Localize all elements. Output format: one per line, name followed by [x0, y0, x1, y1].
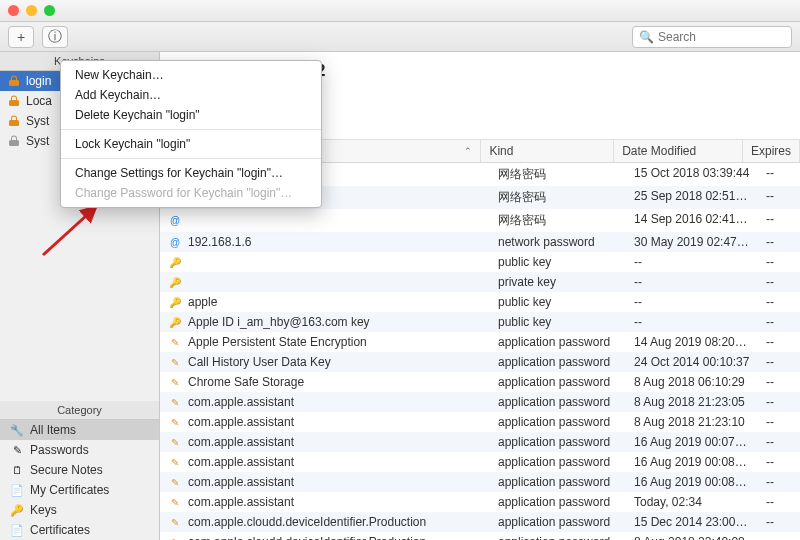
context-menu: New Keychain…Add Keychain…Delete Keychai… [60, 60, 322, 208]
minimize-window[interactable] [26, 5, 37, 16]
col-kind[interactable]: Kind [481, 140, 614, 162]
row-expires: -- [758, 252, 800, 272]
row-date: 30 May 2019 02:47:02 [626, 232, 758, 252]
table-row[interactable]: ✎com.apple.assistantapplication password… [160, 432, 800, 452]
row-date: 8 Aug 2018 21:23:05 [626, 392, 758, 412]
row-date: 14 Aug 2019 08:20:22 [626, 332, 758, 352]
row-icon: @ [168, 235, 182, 249]
row-expires: -- [758, 332, 800, 352]
row-name: com.apple.assistant [188, 455, 294, 469]
col-expires[interactable]: Expires [743, 140, 800, 162]
category-item[interactable]: 📄My Certificates [0, 480, 159, 500]
toolbar: + ⓘ 🔍 [0, 22, 800, 52]
row-date: 15 Dec 2014 23:00:42 [626, 512, 758, 532]
row-name: com.apple.cloudd.deviceIdentifier.Produc… [188, 535, 426, 540]
row-kind: private key [490, 272, 626, 292]
row-expires: -- [758, 232, 800, 252]
row-name: Call History User Data Key [188, 355, 331, 369]
category-item[interactable]: 🗒Secure Notes [0, 460, 159, 480]
menu-item: Change Password for Keychain "login"… [61, 183, 321, 203]
menu-item[interactable]: New Keychain… [61, 65, 321, 85]
close-window[interactable] [8, 5, 19, 16]
row-expires: -- [758, 186, 800, 209]
table-row[interactable]: ✎Apple Persistent State Encryptionapplic… [160, 332, 800, 352]
category-label: All Items [30, 423, 76, 437]
row-kind: application password [490, 432, 626, 452]
row-name: com.apple.assistant [188, 435, 294, 449]
table-row[interactable]: ✎com.apple.cloudd.deviceIdentifier.Produ… [160, 512, 800, 532]
keychain-label: Syst [26, 134, 49, 148]
zoom-window[interactable] [44, 5, 55, 16]
row-date: 24 Oct 2014 00:10:37 [626, 352, 758, 372]
category-icon: 📄 [10, 483, 24, 497]
row-kind: public key [490, 312, 626, 332]
row-kind: 网络密码 [490, 186, 626, 209]
row-expires: -- [758, 163, 800, 186]
search-input[interactable] [658, 30, 800, 44]
row-kind: application password [490, 452, 626, 472]
menu-item[interactable]: Change Settings for Keychain "login"… [61, 163, 321, 183]
menu-item[interactable]: Add Keychain… [61, 85, 321, 105]
table-row[interactable]: ✎com.apple.cloudd.deviceIdentifier.Produ… [160, 532, 800, 540]
row-date: 16 Aug 2019 00:07:59 [626, 432, 758, 452]
row-icon: ✎ [168, 395, 182, 409]
category-item[interactable]: 🔧All Items [0, 420, 159, 440]
row-kind: application password [490, 392, 626, 412]
table-row[interactable]: ✎com.apple.assistantapplication password… [160, 492, 800, 512]
menu-item[interactable]: Delete Keychain "login" [61, 105, 321, 125]
table-row[interactable]: ✎com.apple.assistantapplication password… [160, 472, 800, 492]
row-kind: application password [490, 372, 626, 392]
row-icon: 🔑 [168, 315, 182, 329]
row-name: com.apple.assistant [188, 495, 294, 509]
row-date: 25 Sep 2018 02:51:10 [626, 186, 758, 209]
row-date: -- [626, 312, 758, 332]
row-date: 8 Aug 2018 06:10:29 [626, 372, 758, 392]
row-icon: ✎ [168, 335, 182, 349]
row-icon: ✎ [168, 435, 182, 449]
table-row[interactable]: ✎Chrome Safe Storageapplication password… [160, 372, 800, 392]
category-icon: ✎ [10, 443, 24, 457]
table-row[interactable]: ✎com.apple.assistantapplication password… [160, 392, 800, 412]
category-item[interactable]: ✎Passwords [0, 440, 159, 460]
titlebar [0, 0, 800, 22]
row-name: com.apple.assistant [188, 395, 294, 409]
row-expires: -- [758, 532, 800, 540]
table-row[interactable]: @192.168.1.6network password30 May 2019 … [160, 232, 800, 252]
table-row[interactable]: ✎com.apple.assistantapplication password… [160, 412, 800, 432]
row-kind: 网络密码 [490, 163, 626, 186]
row-name: 192.168.1.6 [188, 235, 251, 249]
menu-item[interactable]: Lock Keychain "login" [61, 134, 321, 154]
category-list: 🔧All Items✎Passwords🗒Secure Notes📄My Cer… [0, 420, 159, 540]
table-row[interactable]: 🔑public key---- [160, 252, 800, 272]
row-icon: @ [168, 214, 182, 228]
category-label: Secure Notes [30, 463, 103, 477]
keychain-label: Loca [26, 94, 52, 108]
row-date: 16 Aug 2019 00:08:00 [626, 452, 758, 472]
add-button[interactable]: + [8, 26, 34, 48]
row-kind: public key [490, 252, 626, 272]
row-kind: public key [490, 292, 626, 312]
table-row[interactable]: 🔑applepublic key---- [160, 292, 800, 312]
row-expires: -- [758, 272, 800, 292]
row-expires: -- [758, 512, 800, 532]
table-row[interactable]: @网络密码14 Sep 2016 02:41:24-- [160, 209, 800, 232]
table-row[interactable]: 🔑private key---- [160, 272, 800, 292]
category-item[interactable]: 🔑Keys [0, 500, 159, 520]
row-kind: application password [490, 332, 626, 352]
window-controls [8, 5, 55, 16]
category-item[interactable]: 📄Certificates [0, 520, 159, 540]
category-label: Passwords [30, 443, 89, 457]
col-date[interactable]: Date Modified [614, 140, 743, 162]
table-row[interactable]: ✎Call History User Data Keyapplication p… [160, 352, 800, 372]
table-row[interactable]: 🔑Apple ID i_am_hby@163.com keypublic key… [160, 312, 800, 332]
row-expires: -- [758, 372, 800, 392]
info-button[interactable]: ⓘ [42, 26, 68, 48]
keychain-label: Syst [26, 114, 49, 128]
search-field[interactable]: 🔍 [632, 26, 792, 48]
row-icon: ✎ [168, 535, 182, 540]
row-name: Apple Persistent State Encryption [188, 335, 367, 349]
table-body[interactable]: @网络密码15 Oct 2018 03:39:44--@网络密码25 Sep 2… [160, 163, 800, 540]
row-icon: ✎ [168, 415, 182, 429]
table-row[interactable]: ✎com.apple.assistantapplication password… [160, 452, 800, 472]
row-expires: -- [758, 392, 800, 412]
